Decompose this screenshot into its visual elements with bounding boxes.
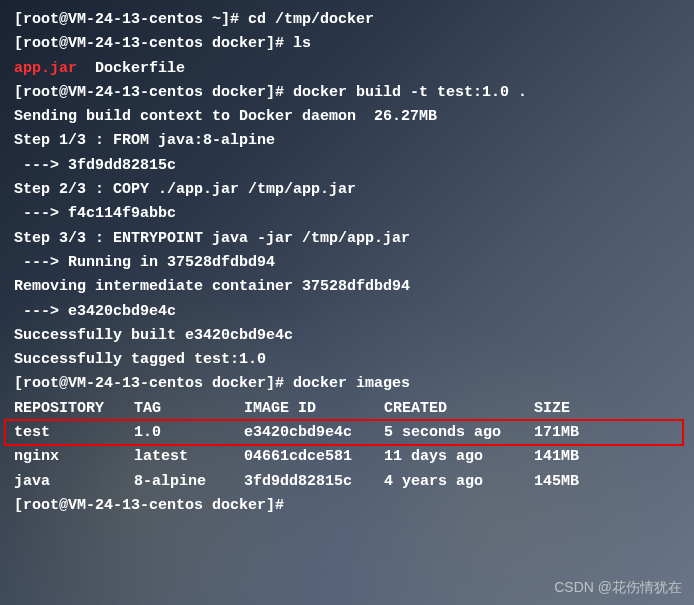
file-executable: app.jar (14, 60, 77, 77)
command-text: docker build -t test:1.0 . (284, 84, 527, 101)
terminal-line: [root@VM-24-13-centos ~]# cd /tmp/docker (14, 8, 680, 32)
table-header-cell: CREATED (384, 397, 534, 421)
table-cell: 4 years ago (384, 470, 534, 494)
table-row: test1.0e3420cbd9e4c5 seconds ago171MB (14, 421, 680, 445)
terminal-line: Successfully tagged test:1.0 (14, 348, 680, 372)
table-cell: e3420cbd9e4c (244, 421, 384, 445)
terminal-line: app.jar Dockerfile (14, 57, 680, 81)
table-cell: 1.0 (134, 421, 244, 445)
table-cell: 145MB (534, 470, 680, 494)
table-cell: latest (134, 445, 244, 469)
command-text: cd /tmp/docker (239, 11, 374, 28)
prompt-text: [root@VM-24-13-centos docker]# (14, 35, 284, 52)
terminal-line: Successfully built e3420cbd9e4c (14, 324, 680, 348)
table-cell: 11 days ago (384, 445, 534, 469)
terminal-line: Step 1/3 : FROM java:8-alpine (14, 129, 680, 153)
table-cell: 04661cdce581 (244, 445, 384, 469)
prompt-text: [root@VM-24-13-centos ~]# (14, 11, 239, 28)
table-cell: 3fd9dd82815c (244, 470, 384, 494)
table-cell: java (14, 470, 134, 494)
table-row: nginxlatest04661cdce58111 days ago141MB (14, 445, 680, 469)
table-cell: nginx (14, 445, 134, 469)
terminal-line: ---> Running in 37528dfdbd94 (14, 251, 680, 275)
prompt-text: [root@VM-24-13-centos docker]# (14, 84, 284, 101)
prompt-line[interactable]: [root@VM-24-13-centos docker]# (14, 494, 680, 518)
terminal-line: Step 2/3 : COPY ./app.jar /tmp/app.jar (14, 178, 680, 202)
terminal-line: ---> f4c114f9abbc (14, 202, 680, 226)
terminal-line: Sending build context to Docker daemon 2… (14, 105, 680, 129)
terminal-line: Removing intermediate container 37528dfd… (14, 275, 680, 299)
table-cell: 5 seconds ago (384, 421, 534, 445)
command-text: docker images (284, 375, 410, 392)
terminal-line: [root@VM-24-13-centos docker]# ls (14, 32, 680, 56)
table-cell: 171MB (534, 421, 680, 445)
terminal-line: [root@VM-24-13-centos docker]# docker im… (14, 372, 680, 396)
table-header-cell: REPOSITORY (14, 397, 134, 421)
table-header-cell: IMAGE ID (244, 397, 384, 421)
prompt-text: [root@VM-24-13-centos docker]# (14, 375, 284, 392)
table-cell: test (14, 421, 134, 445)
prompt-text: [root@VM-24-13-centos docker]# (14, 497, 284, 514)
watermark: CSDN @花伤情犹在 (554, 576, 682, 599)
table-row: java8-alpine3fd9dd82815c4 years ago145MB (14, 470, 680, 494)
terminal-line: ---> e3420cbd9e4c (14, 300, 680, 324)
command-text: ls (284, 35, 311, 52)
file-regular: Dockerfile (77, 60, 185, 77)
table-header-cell: SIZE (534, 397, 680, 421)
terminal-line: Step 3/3 : ENTRYPOINT java -jar /tmp/app… (14, 227, 680, 251)
table-cell: 8-alpine (134, 470, 244, 494)
table-header: REPOSITORYTAGIMAGE IDCREATEDSIZE (14, 397, 680, 421)
table-header-cell: TAG (134, 397, 244, 421)
terminal-output: [root@VM-24-13-centos ~]# cd /tmp/docker… (14, 8, 680, 518)
terminal-line: [root@VM-24-13-centos docker]# docker bu… (14, 81, 680, 105)
terminal-line: ---> 3fd9dd82815c (14, 154, 680, 178)
table-cell: 141MB (534, 445, 680, 469)
